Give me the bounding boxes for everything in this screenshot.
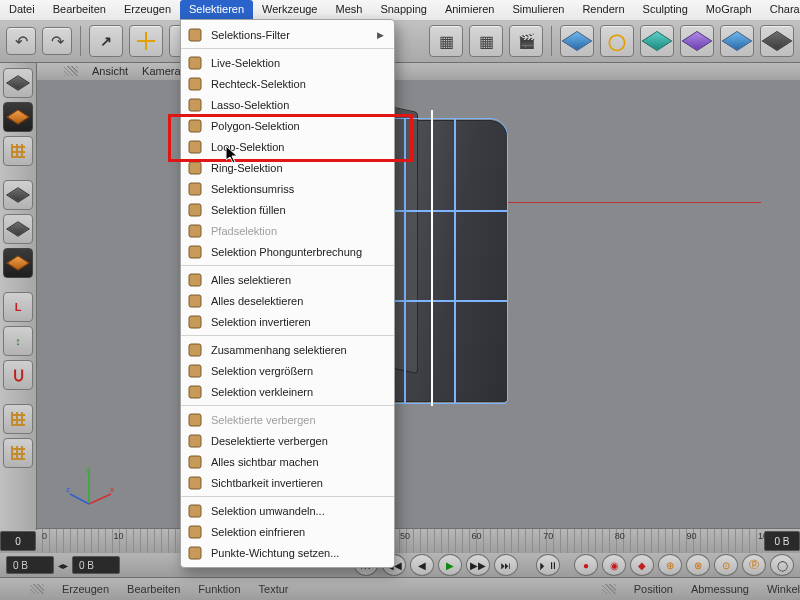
svg-text:x: x <box>110 485 114 494</box>
menu-item-selektions-filter[interactable]: Selektions-Filter▶ <box>181 24 394 45</box>
drag-handle-icon[interactable] <box>64 66 78 76</box>
snap-button[interactable] <box>3 360 33 390</box>
autokey-button[interactable]: ◉ <box>602 554 626 576</box>
menu-item-zusammenhang-selektieren[interactable]: Zusammenhang selektieren <box>181 339 394 360</box>
tab-bearbeiten[interactable]: Bearbeiten <box>127 583 180 595</box>
render-view-button[interactable] <box>429 25 463 57</box>
render-settings-button[interactable] <box>469 25 503 57</box>
menu-item-selektion-phongunterbrechung[interactable]: Selektion Phongunterbrechung <box>181 241 394 262</box>
key-pla-button[interactable]: ◯ <box>770 554 794 576</box>
texture-mode-button[interactable] <box>3 136 33 166</box>
menu-item-live-selektion[interactable]: Live-Selektion <box>181 52 394 73</box>
menu-item-icon <box>187 293 203 309</box>
loop-button[interactable]: ⏵⏸ <box>536 554 560 576</box>
tab-textur[interactable]: Textur <box>259 583 289 595</box>
menu-item-alles-deselektieren[interactable]: Alles deselektieren <box>181 290 394 311</box>
locked-workplane-button[interactable] <box>3 438 33 468</box>
menu-item-label: Deselektierte verbergen <box>211 435 328 447</box>
menu-item-label: Selektion umwandeln... <box>211 505 325 517</box>
svg-rect-21 <box>189 365 201 377</box>
menu-item-animieren[interactable]: Animieren <box>436 0 504 20</box>
viewport-3d-canvas[interactable]: x y z <box>36 80 800 530</box>
play-forward-button[interactable]: ▶ <box>438 554 462 576</box>
menu-item-ring-selektion[interactable]: Ring-Selektion <box>181 157 394 178</box>
undo-button[interactable] <box>6 27 36 55</box>
tab-funktion[interactable]: Funktion <box>198 583 240 595</box>
tab-winkel[interactable]: Winkel <box>767 583 800 595</box>
menu-item-icon <box>187 118 203 134</box>
menu-item-snapping[interactable]: Snapping <box>371 0 436 20</box>
play-back-button[interactable]: ◀ <box>410 554 434 576</box>
menu-item-sculpting[interactable]: Sculpting <box>634 0 697 20</box>
svg-rect-20 <box>189 344 201 356</box>
drag-handle-icon[interactable] <box>602 584 616 594</box>
timeline-tick: 80 <box>615 531 625 541</box>
deformer-button[interactable] <box>680 25 714 57</box>
key-scale-button[interactable]: ⊗ <box>686 554 710 576</box>
goto-end-button[interactable]: ⏭ <box>494 554 518 576</box>
timeline-ruler[interactable]: 0 0102030405060708090100 0 B <box>0 528 800 554</box>
viewport-tab-ansicht[interactable]: Ansicht <box>92 65 128 77</box>
spline-button[interactable] <box>600 25 634 57</box>
menu-item-charak[interactable]: Charak <box>761 0 800 20</box>
model-mode-button[interactable] <box>3 68 33 98</box>
menu-item-alles-sichtbar-machen[interactable]: Alles sichtbar machen <box>181 451 394 472</box>
range-field[interactable]: 0 B <box>72 556 120 574</box>
current-frame-field[interactable]: 0 B <box>6 556 54 574</box>
menu-item-polygon-selektion[interactable]: Polygon-Selektion <box>181 115 394 136</box>
key-param-button[interactable]: ⓟ <box>742 554 766 576</box>
polygons-mode-button[interactable] <box>3 248 33 278</box>
menu-item-sichtbarkeit-invertieren[interactable]: Sichtbarkeit invertieren <box>181 472 394 493</box>
menu-item-punkte-wichtung-setzen-[interactable]: Punkte-Wichtung setzen... <box>181 542 394 563</box>
edges-mode-button[interactable] <box>3 214 33 244</box>
menu-item-label: Rechteck-Selektion <box>211 78 306 90</box>
record-button[interactable]: ● <box>574 554 598 576</box>
menu-item-lasso-selektion[interactable]: Lasso-Selektion <box>181 94 394 115</box>
drag-handle-icon[interactable] <box>30 584 44 594</box>
menu-item-selektion-einfrieren[interactable]: Selektion einfrieren <box>181 521 394 542</box>
menu-item-selektion-verkleinern[interactable]: Selektion verkleinern <box>181 381 394 402</box>
axis-toggle-button[interactable]: ↕ <box>3 326 33 356</box>
menu-item-selektion-invertieren[interactable]: Selektion invertieren <box>181 311 394 332</box>
key-rot-button[interactable]: ⊙ <box>714 554 738 576</box>
key-pos-button[interactable]: ⊕ <box>658 554 682 576</box>
menu-item-datei[interactable]: Datei <box>0 0 44 20</box>
timeline-track[interactable]: 0102030405060708090100 <box>42 529 758 553</box>
menu-item-mesh[interactable]: Mesh <box>326 0 371 20</box>
axis-x-button[interactable]: L <box>3 292 33 322</box>
menu-item-alles-selektieren[interactable]: Alles selektieren <box>181 269 394 290</box>
timeline-start-frame[interactable]: 0 <box>0 531 36 551</box>
generator-button[interactable] <box>640 25 674 57</box>
points-mode-button[interactable] <box>3 180 33 210</box>
menu-item-loop-selektion[interactable]: Loop-Selektion <box>181 136 394 157</box>
menu-item-selektieren[interactable]: Selektieren <box>180 0 253 20</box>
keyframe-button[interactable]: ◆ <box>630 554 654 576</box>
menu-item-mograph[interactable]: MoGraph <box>697 0 761 20</box>
menu-item-rechteck-selektion[interactable]: Rechteck-Selektion <box>181 73 394 94</box>
menu-item-erzeugen[interactable]: Erzeugen <box>115 0 180 20</box>
picture-viewer-button[interactable] <box>509 25 543 57</box>
menu-item-selektion-f-llen[interactable]: Selektion füllen <box>181 199 394 220</box>
redo-button[interactable] <box>42 27 72 55</box>
tab-abmessung[interactable]: Abmessung <box>691 583 749 595</box>
move-tool-button[interactable] <box>129 25 163 57</box>
step-forward-button[interactable]: ▶▶ <box>466 554 490 576</box>
primitive-cube-button[interactable] <box>560 25 594 57</box>
select-tool-button[interactable] <box>89 25 123 57</box>
menu-item-werkzeuge[interactable]: Werkzeuge <box>253 0 326 20</box>
menu-item-bearbeiten[interactable]: Bearbeiten <box>44 0 115 20</box>
menu-item-deselektierte-verbergen[interactable]: Deselektierte verbergen <box>181 430 394 451</box>
environment-button[interactable] <box>720 25 754 57</box>
object-mode-button[interactable] <box>3 102 33 132</box>
menu-item-selektion-umwandeln-[interactable]: Selektion umwandeln... <box>181 500 394 521</box>
tab-erzeugen[interactable]: Erzeugen <box>62 583 109 595</box>
tab-position[interactable]: Position <box>634 583 673 595</box>
menu-item-icon <box>187 433 203 449</box>
menu-item-selektion-vergr-ern[interactable]: Selektion vergrößern <box>181 360 394 381</box>
menu-item-rendern[interactable]: Rendern <box>573 0 633 20</box>
workplane-button[interactable] <box>3 404 33 434</box>
camera-button[interactable] <box>760 25 794 57</box>
menu-item-label: Alles sichtbar machen <box>211 456 319 468</box>
menu-item-selektionsumriss[interactable]: Selektionsumriss <box>181 178 394 199</box>
menu-item-simulieren[interactable]: Simulieren <box>503 0 573 20</box>
